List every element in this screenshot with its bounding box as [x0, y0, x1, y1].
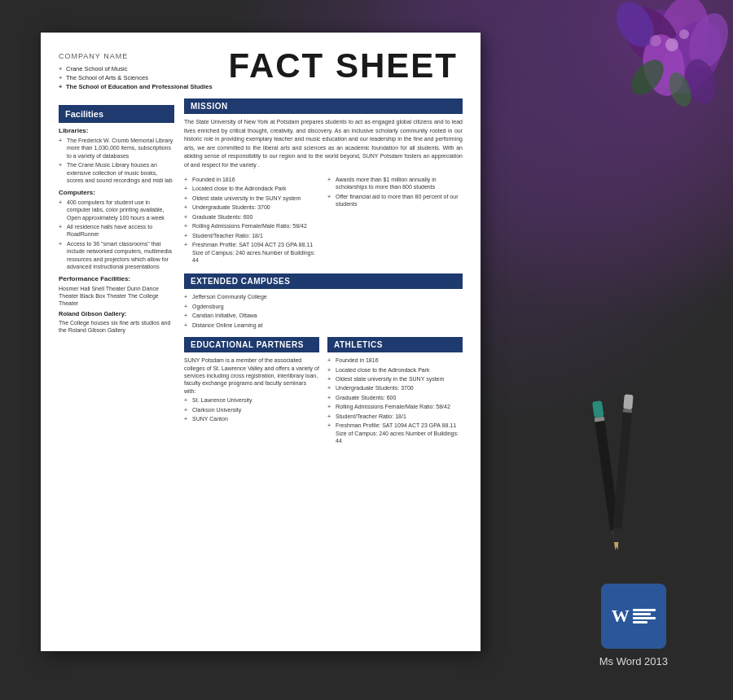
- stat-2: Located close to the Adirondack Park: [184, 185, 319, 192]
- athletics-header: Athletics: [327, 337, 463, 352]
- stat-8: Freshman Profile: SAT 1094 ACT 23 GPA 88…: [184, 241, 319, 264]
- flower-decoration: [521, 0, 733, 179]
- stat-7: Student/Teacher Ratio: 18/1: [184, 232, 319, 239]
- svg-rect-14: [592, 400, 604, 418]
- library-item-1: The Frederick W. Crumb Memorial Library …: [59, 137, 174, 160]
- computer-item-3: Access to 36 "smart classrooms" that inc…: [59, 240, 174, 271]
- stat-right-2: Offer financial aid to more than 80 perc…: [327, 193, 463, 208]
- word-icon: W: [601, 584, 666, 649]
- svg-point-1: [654, 0, 715, 73]
- stat-6: Rolling Admissions Female/Male Ratio: 58…: [184, 222, 319, 230]
- svg-point-7: [680, 55, 720, 107]
- svg-point-9: [665, 69, 696, 110]
- svg-point-10: [665, 38, 678, 51]
- athletics-3: Oldest state university in the SUNY syst…: [327, 375, 463, 383]
- document: COMPANY NAME Crane School of Music The S…: [41, 33, 481, 651]
- stat-1: Founded in 1816: [184, 176, 319, 183]
- page-title: FACT SHEET: [229, 49, 458, 83]
- stat-right-1: Awards more than $1 million annually in …: [327, 176, 463, 191]
- campus-2: Ogdensburg: [184, 303, 267, 310]
- gallery-text: The College houses six fine arts studios…: [59, 319, 174, 335]
- svg-point-6: [682, 8, 733, 74]
- ed-partners-text: SUNY Potsdam is a member of the associat…: [184, 357, 319, 395]
- ed-partner-2: Clarkson University: [184, 406, 319, 413]
- app-name-label: Ms Word 2013: [599, 655, 668, 667]
- stat-5: Graduate Students: 600: [184, 213, 319, 221]
- computers-title: Computers:: [59, 189, 174, 196]
- performance-text: Hosmer Hall Snell Theater Dunn Dance The…: [59, 285, 174, 307]
- svg-rect-19: [623, 394, 634, 409]
- campus-1: Jefferson Community College: [184, 293, 267, 300]
- facilities-header: Facilities: [59, 105, 174, 123]
- athletics-7: Student/Teacher Ratio: 18/1: [327, 413, 463, 420]
- athletics-8: Freshman Profile: SAT 1094 ACT 23 GPA 88…: [327, 422, 463, 444]
- svg-rect-18: [612, 394, 633, 528]
- svg-point-4: [639, 31, 689, 99]
- stat-3: Oldest state university in the SUNY syst…: [184, 195, 319, 202]
- mission-header: Mission: [184, 98, 463, 114]
- educational-partners-header: Educational Partners: [184, 337, 319, 352]
- svg-point-3: [650, 10, 733, 103]
- word-lines-decoration: [633, 609, 656, 623]
- athletics-2: Located close to the Adirondack Park: [327, 366, 463, 374]
- svg-point-5: [609, 0, 662, 54]
- svg-point-0: [627, 1, 709, 97]
- campus-4: Distance Online Learning at: [184, 322, 267, 329]
- school-item-3: The School of Education and Professional…: [59, 83, 213, 90]
- pens-decoration: [586, 391, 652, 562]
- svg-point-11: [679, 29, 689, 39]
- ed-partner-1: St. Lawrence University: [184, 396, 319, 404]
- school-item-1: Crane School of Music: [59, 65, 213, 72]
- mission-text: The State University of New York at Pots…: [184, 118, 463, 169]
- libraries-title: Libraries:: [59, 127, 174, 134]
- svg-point-8: [625, 54, 669, 101]
- computer-item-1: 400 computers for student use in compute…: [59, 199, 174, 221]
- library-item-2: The Crane Music Library houses an extens…: [59, 161, 174, 184]
- athletics-1: Founded in 1816: [327, 357, 463, 364]
- stat-4: Undergraduate Students: 3700: [184, 203, 319, 211]
- word-icon-area: W Ms Word 2013: [599, 584, 668, 667]
- school-item-2: The School of Arts & Sciences: [59, 74, 213, 81]
- computer-item-2: All residence halls have access to RoadR…: [59, 223, 174, 238]
- svg-point-2: [612, 0, 691, 77]
- campus-3: Candian Initiative, Ottawa: [184, 312, 267, 319]
- athletics-6: Rolling Admissions Female/Male Ratio: 58…: [327, 403, 463, 410]
- performance-title: Performance Facilities:: [59, 275, 174, 282]
- svg-point-12: [650, 35, 661, 46]
- gallery-title: Roland Gibson Gallery:: [59, 310, 174, 317]
- ed-partner-3: SUNY Canton: [184, 415, 319, 422]
- company-name: COMPANY NAME: [59, 52, 173, 60]
- athletics-5: Graduate Students: 600: [327, 394, 463, 401]
- athletics-4: Undergraduate Students: 3700: [327, 384, 463, 392]
- extended-campuses-header: Extended Campuses: [184, 273, 463, 289]
